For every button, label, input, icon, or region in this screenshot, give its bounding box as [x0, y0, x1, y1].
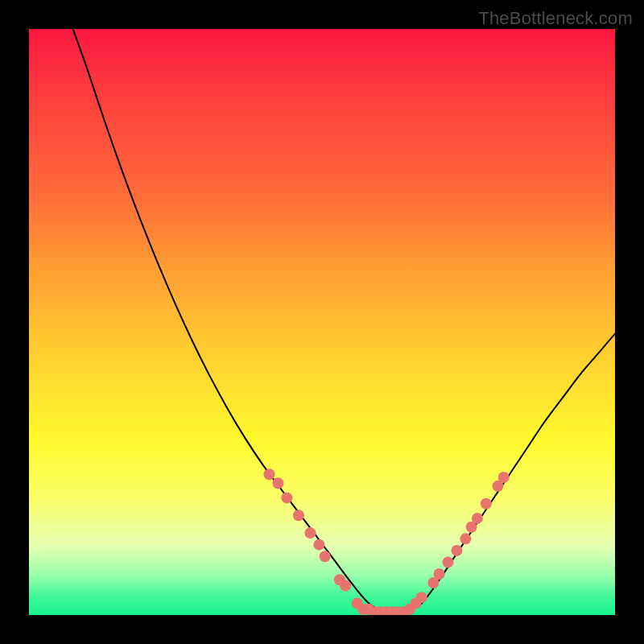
highlight-point — [313, 539, 324, 551]
chart-frame: TheBottleneck.com — [0, 0, 644, 644]
highlight-point — [472, 513, 483, 524]
highlight-point — [263, 469, 275, 480]
highlight-point — [281, 492, 292, 503]
highlight-point — [320, 551, 331, 562]
highlight-point — [460, 533, 471, 544]
plot-area — [29, 29, 615, 615]
watermark-text: TheBottleneck.com — [478, 8, 633, 29]
bottleneck-curve — [73, 29, 615, 613]
highlight-point — [481, 498, 492, 510]
highlight-point — [304, 527, 316, 539]
chart-svg — [29, 29, 615, 615]
curve-group — [73, 29, 615, 613]
highlight-point — [498, 472, 510, 483]
highlight-point — [272, 477, 283, 489]
highlight-point — [443, 556, 454, 568]
highlight-point — [434, 568, 445, 580]
highlight-point — [451, 545, 462, 556]
highlight-point — [340, 580, 351, 592]
highlight-markers — [263, 469, 509, 615]
highlight-point — [416, 592, 427, 603]
highlight-point — [293, 510, 304, 521]
